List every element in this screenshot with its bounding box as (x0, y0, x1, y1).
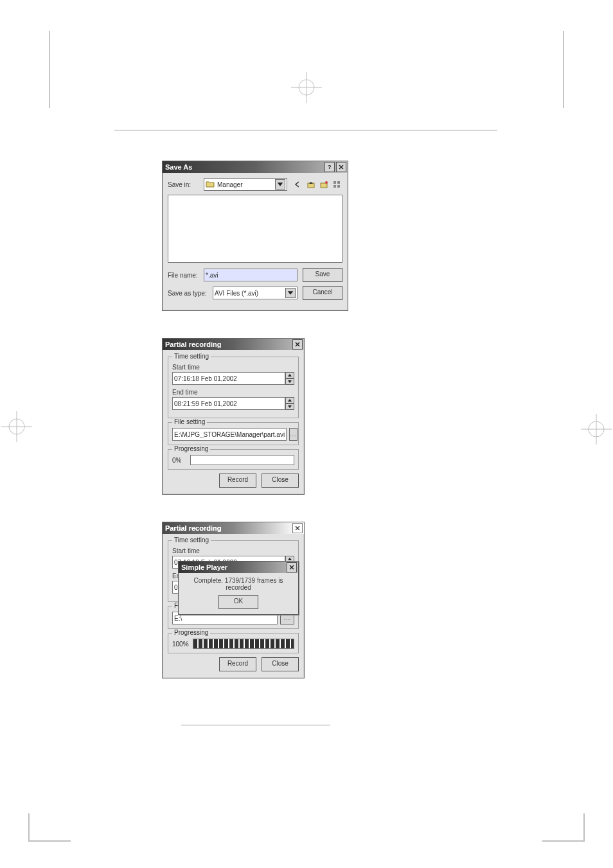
time-setting-group: Time setting Start time 07:16:18 Feb 01,… (168, 357, 299, 418)
back-arrow-icon[interactable] (292, 179, 304, 190)
file-setting-group: File setting E:\MJPG_STORAGE\Manager\par… (168, 422, 299, 445)
svg-rect-14 (321, 183, 327, 188)
progress-percent: 100% (172, 641, 193, 648)
start-time-input[interactable]: 07:16:18 Feb 01,2002 (172, 372, 285, 385)
partial-recording-dialog-complete: Partial recording Time setting Start tim… (162, 522, 305, 678)
end-time-label: End time (172, 389, 294, 396)
save-as-type-label: Save as type: (168, 290, 213, 297)
ok-button[interactable]: OK (218, 595, 258, 609)
svg-marker-20 (288, 291, 293, 295)
svg-rect-18 (333, 185, 336, 188)
svg-marker-29 (288, 558, 292, 560)
save-as-dialog: Save As ? Save in: Manager (162, 161, 348, 311)
page-header-rule (114, 130, 497, 130)
chevron-down-icon[interactable] (285, 403, 294, 410)
chevron-up-icon[interactable] (285, 397, 294, 403)
views-icon[interactable] (331, 179, 342, 190)
svg-rect-17 (337, 181, 340, 184)
close-icon[interactable] (336, 162, 346, 172)
close-icon[interactable] (287, 562, 297, 572)
svg-marker-23 (288, 374, 292, 376)
page-gutter-left (49, 31, 50, 108)
end-time-spinner[interactable] (285, 397, 294, 410)
partial-recording-dialog: Partial recording Time setting Start tim… (162, 338, 305, 495)
close-icon[interactable] (292, 523, 303, 533)
svg-rect-19 (337, 185, 340, 188)
file-name-value: *.avi (206, 272, 218, 279)
save-in-label: Save in: (168, 181, 204, 188)
progressing-legend: Progressing (172, 629, 210, 636)
file-name-label: File name: (168, 272, 204, 279)
end-time-input[interactable]: 08:21:59 Feb 01,2002 (172, 397, 285, 410)
progressing-group: Progressing 0% (168, 449, 299, 470)
svg-marker-25 (288, 399, 292, 402)
record-button[interactable]: Record (219, 474, 256, 488)
partial-recording-titlebar: Partial recording (163, 522, 304, 534)
help-icon[interactable]: ? (324, 162, 335, 172)
svg-point-0 (299, 80, 314, 95)
new-folder-icon[interactable] (318, 179, 330, 190)
svg-point-3 (9, 419, 24, 434)
partial-recording-titlebar: Partial recording (163, 339, 304, 350)
cancel-button[interactable]: Cancel (303, 286, 342, 300)
registration-mark-right (581, 414, 612, 445)
start-time-label: Start time (172, 364, 294, 371)
save-as-title: Save As (165, 163, 323, 171)
time-setting-legend: Time setting (172, 536, 211, 544)
start-time-label: Start time (172, 547, 294, 554)
crop-mark-bottom-left (28, 813, 71, 842)
chevron-down-icon[interactable] (275, 179, 285, 190)
partial-recording-title: Partial recording (165, 341, 291, 348)
save-button[interactable]: Save (303, 268, 342, 282)
start-time-spinner[interactable] (285, 372, 294, 385)
browse-button[interactable]: ... (289, 428, 298, 441)
progress-percent: 0% (172, 457, 190, 464)
registration-mark-top (291, 72, 322, 103)
svg-text:?: ? (328, 164, 332, 170)
message-box-text: Complete. 1739/1739 frames is recorded (184, 577, 293, 591)
save-in-combo[interactable]: Manager (204, 178, 287, 191)
svg-marker-12 (278, 182, 283, 186)
file-list-pane[interactable] (168, 195, 342, 263)
svg-point-6 (589, 421, 604, 437)
chevron-down-icon[interactable] (285, 378, 294, 385)
folder-icon (206, 179, 215, 190)
time-setting-legend: Time setting (172, 353, 211, 360)
record-button[interactable]: Record (219, 657, 256, 671)
close-button[interactable]: Close (262, 657, 299, 671)
crop-mark-bottom-right (542, 813, 585, 842)
message-box-titlebar: Simple Player (179, 562, 298, 573)
svg-marker-26 (288, 405, 292, 408)
save-in-value: Manager (217, 181, 274, 188)
save-as-type-value: AVI Files (*.avi) (215, 290, 284, 297)
close-button[interactable]: Close (262, 474, 299, 488)
file-setting-legend: File setting (172, 418, 207, 425)
chevron-down-icon[interactable] (285, 288, 296, 298)
progressing-legend: Progressing (172, 445, 210, 452)
svg-rect-16 (333, 181, 336, 184)
message-box-title: Simple Player (181, 563, 285, 571)
file-path-input[interactable]: E:\MJPG_STORAGE\Manager\part.avi (172, 428, 287, 441)
progressing-group: Progressing 100% (168, 633, 299, 653)
svg-marker-24 (288, 380, 292, 383)
file-name-input[interactable]: *.avi (204, 269, 298, 281)
progress-bar (190, 455, 294, 465)
partial-recording-title: Partial recording (165, 524, 291, 532)
progress-bar (193, 639, 294, 649)
svg-rect-13 (308, 183, 314, 188)
svg-point-15 (325, 181, 328, 184)
page-footer-rule (181, 725, 330, 725)
close-icon[interactable] (292, 339, 303, 350)
page-gutter-right (563, 31, 564, 108)
registration-mark-left (1, 411, 32, 442)
save-as-titlebar: Save As ? (163, 161, 348, 173)
up-folder-icon[interactable] (305, 179, 317, 190)
chevron-up-icon[interactable] (285, 372, 294, 378)
save-as-type-combo[interactable]: AVI Files (*.avi) (213, 287, 298, 299)
complete-message-box: Simple Player Complete. 1739/1739 frames… (178, 561, 299, 615)
